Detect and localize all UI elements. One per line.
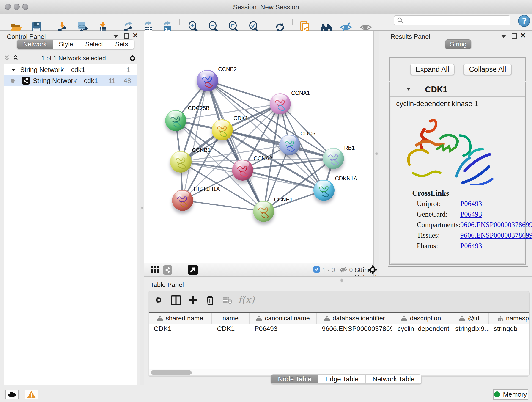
cell-namespace[interactable]: stringdb xyxy=(489,325,529,332)
network-row[interactable]: String Network – cdk1 11 48 xyxy=(4,75,137,86)
cell-name[interactable]: CDK1 xyxy=(212,325,249,332)
collapse-all-icon[interactable] xyxy=(3,55,11,61)
table-panel-title: Table Panel xyxy=(150,281,184,288)
dock-splitter-handle[interactable] xyxy=(341,279,343,282)
control-panel-close-icon[interactable]: ✕ xyxy=(133,32,138,38)
separator xyxy=(337,264,337,275)
tab-style[interactable]: Style xyxy=(53,39,79,49)
node-label-CCNB2: CCNB2 xyxy=(218,66,237,72)
column-header--id[interactable]: @id xyxy=(450,313,489,324)
memory-label: Memory xyxy=(503,391,527,398)
column-header-namespace[interactable]: namespace xyxy=(489,313,529,324)
tab-sets[interactable]: Sets xyxy=(109,39,134,49)
collection-count: 1 xyxy=(127,66,130,74)
delete-column-icon[interactable] xyxy=(206,295,215,306)
network-node-CDC6[interactable] xyxy=(279,134,300,155)
protein-section-header[interactable]: CDK1 xyxy=(390,82,525,97)
birdseye-icon[interactable] xyxy=(188,265,198,275)
cell-database-identifier[interactable]: 9606.ENSP00000378699 xyxy=(317,325,393,332)
network-node-CCNA1[interactable] xyxy=(270,93,291,114)
control-panel-tabs: NetworkStyleSelectSets xyxy=(17,39,134,49)
tab-network-table[interactable]: Network Table xyxy=(366,375,422,384)
hidden-eye-icon[interactable] xyxy=(339,267,347,274)
cell-shared-name[interactable]: CDK1 xyxy=(149,325,212,332)
table-gear-icon[interactable] xyxy=(154,295,163,306)
results-panel-title: Results Panel xyxy=(391,33,430,40)
network-collection-row[interactable]: String Network – cdk1 1 xyxy=(4,64,137,75)
crosslink-label: Uniprot: xyxy=(417,200,441,208)
selected-count: 1 - 0 xyxy=(322,266,335,274)
network-label: String Network – cdk1 xyxy=(33,77,98,85)
window-title: Session: New Session xyxy=(0,3,532,11)
cell--id[interactable]: stringdb:9... xyxy=(450,325,489,332)
node-table: shared namenamecanonical namedatabase id… xyxy=(149,313,529,371)
tab-string[interactable]: String xyxy=(445,39,471,49)
column-header-description[interactable]: description xyxy=(393,313,450,324)
separator xyxy=(180,264,180,275)
protein-description: cyclin-dependent kinase 1 xyxy=(396,100,478,108)
crosslink-link[interactable]: P06493 xyxy=(460,242,482,250)
network-node-CCNB1[interactable] xyxy=(170,151,191,172)
tab-node-table[interactable]: Node Table xyxy=(271,375,318,384)
expand-all-icon[interactable] xyxy=(12,55,19,61)
column-header-database-identifier[interactable]: database identifier xyxy=(317,313,393,324)
tab-select[interactable]: Select xyxy=(79,39,109,49)
protein-details: cyclin-dependent kinase 1 xyxy=(391,97,525,264)
cloud-status-button[interactable] xyxy=(5,390,19,399)
crosslink-label: Tissues: xyxy=(417,231,440,240)
network-node-CCNA2[interactable] xyxy=(232,160,253,181)
column-header-name[interactable]: name xyxy=(212,313,249,324)
table-header: shared namenamecanonical namedatabase id… xyxy=(149,313,529,324)
show-columns-icon[interactable] xyxy=(171,295,181,306)
delete-table-icon[interactable] xyxy=(222,297,233,305)
network-node-CCNE1[interactable] xyxy=(253,201,274,222)
column-header-shared-name[interactable]: shared name xyxy=(149,313,212,324)
results-panel-close-icon[interactable]: ✕ xyxy=(520,32,526,38)
network-node-CDK1[interactable] xyxy=(212,119,233,140)
control-panel-float-icon[interactable] xyxy=(124,33,129,39)
selected-checkbox[interactable] xyxy=(313,266,320,273)
table-row[interactable]: CDK1CDK1P064939606.ENSP00000378699cyclin… xyxy=(149,324,529,333)
function-builder-icon[interactable]: f(x) xyxy=(238,294,254,305)
memory-button[interactable]: Memory xyxy=(493,389,528,400)
gear-icon[interactable] xyxy=(128,54,137,63)
network-node-CDKN1A[interactable] xyxy=(313,180,335,201)
grid-view-icon[interactable] xyxy=(151,265,159,274)
results-panel-menu-icon[interactable] xyxy=(501,35,506,38)
crosslink-link[interactable]: 9606.ENSP00000378699 xyxy=(460,231,532,240)
center-view-icon[interactable] xyxy=(367,264,378,276)
search-input[interactable] xyxy=(394,15,510,26)
network-node-CDC25B[interactable] xyxy=(165,110,186,131)
warning-status-button[interactable] xyxy=(25,390,38,399)
network-node-CCNB2[interactable] xyxy=(196,70,218,91)
tab-network[interactable]: Network xyxy=(17,39,53,49)
crosslink-link[interactable]: P06493 xyxy=(460,210,482,218)
node-label-CDKN1A: CDKN1A xyxy=(335,175,357,182)
tab-edge-table[interactable]: Edge Table xyxy=(318,375,366,384)
column-header-canonical-name[interactable]: canonical name xyxy=(249,313,317,324)
tree-expand-icon[interactable] xyxy=(11,68,16,71)
string-view-icon[interactable] xyxy=(163,265,172,274)
crosslink-link[interactable]: P06493 xyxy=(460,200,482,208)
collapse-all-button[interactable]: Collapse All xyxy=(463,64,512,75)
cell-description[interactable]: cyclin–dependent ... xyxy=(393,325,450,332)
edge-count: 48 xyxy=(124,77,131,85)
node-label-CDK1: CDK1 xyxy=(234,115,248,121)
network-view[interactable]: CCNB2CCNA1CDC25BCDK1CDC6RB1CCNB1CCNA2CDK… xyxy=(144,31,374,263)
results-panel-float-icon[interactable] xyxy=(512,33,517,39)
help-button[interactable]: ? xyxy=(518,15,530,27)
cell-canonical-name[interactable]: P06493 xyxy=(249,325,317,332)
collection-label: String Network – cdk1 xyxy=(20,66,85,74)
node-label-CCNE1: CCNE1 xyxy=(274,196,293,203)
right-splitter[interactable] xyxy=(374,31,379,276)
expand-all-button[interactable]: Expand All xyxy=(410,64,455,75)
left-splitter[interactable] xyxy=(140,31,144,385)
memory-status-dot xyxy=(494,391,500,397)
network-node-HIST1H1A[interactable] xyxy=(172,190,193,211)
network-view-toolbar: String Network – cdk1 1 - 0 0 - 0 xyxy=(144,263,374,276)
crosslink-link[interactable]: 9606.ENSP00000378699 xyxy=(460,221,532,229)
section-collapse-icon[interactable] xyxy=(406,88,411,90)
add-column-icon[interactable] xyxy=(188,295,198,306)
control-panel-menu-icon[interactable] xyxy=(113,35,118,38)
network-node-RB1[interactable] xyxy=(323,148,344,169)
